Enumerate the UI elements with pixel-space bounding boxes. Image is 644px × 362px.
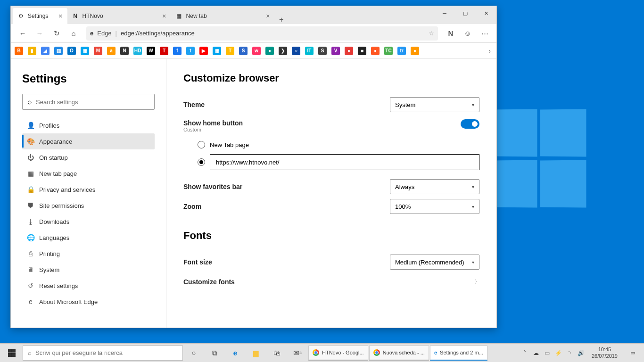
bookmark-item[interactable]: M bbox=[94, 47, 102, 55]
onedrive-icon[interactable]: ☁ bbox=[532, 349, 540, 357]
wifi-icon[interactable]: ◝ bbox=[566, 349, 574, 357]
bookmark-item[interactable]: HD bbox=[133, 47, 142, 55]
bookmark-item[interactable]: ■ bbox=[358, 47, 366, 55]
volume-icon[interactable]: 🔊 bbox=[578, 349, 585, 357]
minimize-button[interactable]: ─ bbox=[434, 6, 455, 20]
bookmark-item[interactable]: ▶ bbox=[199, 47, 208, 55]
nav-label: New tab page bbox=[39, 170, 77, 177]
sidebar-item-reset-settings[interactable]: ↺Reset settings bbox=[22, 278, 155, 294]
favorites-select[interactable]: Always ▾ bbox=[390, 179, 479, 194]
bookmark-item[interactable]: ● bbox=[265, 47, 274, 55]
identity-label: Edge bbox=[97, 30, 111, 37]
taskbar-app[interactable]: eSettings and 2 m... bbox=[430, 346, 487, 361]
bookmarks-overflow[interactable]: › bbox=[487, 47, 493, 55]
tab-newtab[interactable]: ▦ New tab × bbox=[171, 8, 275, 24]
address-bar[interactable]: e Edge | edge://settings/appearance ☆ bbox=[86, 26, 438, 41]
bookmark-item[interactable]: S bbox=[239, 47, 248, 55]
bookmark-item[interactable]: ▥ bbox=[54, 47, 63, 55]
taskbar-search[interactable]: ⌕ Scrivi qui per eseguire la ricerca bbox=[23, 346, 183, 361]
edge-legacy-icon[interactable]: e bbox=[225, 344, 245, 362]
cortana-icon[interactable]: ○ bbox=[184, 344, 204, 362]
bookmark-item[interactable]: V bbox=[331, 47, 340, 55]
sidebar-item-system[interactable]: 🖥System bbox=[22, 262, 155, 278]
radio-unchecked-icon[interactable] bbox=[198, 141, 205, 148]
sidebar-item-on-startup[interactable]: ⏻On startup bbox=[22, 149, 155, 165]
radio-checked-icon[interactable] bbox=[198, 158, 205, 166]
close-icon[interactable]: × bbox=[58, 12, 62, 20]
sidebar-item-appearance[interactable]: 🎨Appearance bbox=[22, 133, 155, 149]
bookmark-item[interactable]: N bbox=[120, 47, 129, 55]
sidebar-item-downloads[interactable]: ⭳Downloads bbox=[22, 214, 155, 230]
taskview-icon[interactable]: ⧉ bbox=[205, 344, 224, 362]
taskbar-app[interactable]: Nuova scheda - ... bbox=[369, 346, 429, 361]
bookmark-item[interactable]: ▦ bbox=[81, 47, 89, 55]
page-icon: ▦ bbox=[176, 13, 182, 19]
customize-fonts-row[interactable]: Customize fonts 〉 bbox=[183, 272, 479, 292]
app-label: HTNovo - Googl... bbox=[322, 350, 364, 355]
menu-button[interactable]: ⋯ bbox=[477, 25, 493, 41]
sidebar-item-languages[interactable]: 🌐Languages bbox=[22, 230, 155, 246]
bookmark-item[interactable]: a bbox=[107, 47, 116, 55]
bookmark-item[interactable]: T bbox=[160, 47, 168, 55]
sidebar-item-printing[interactable]: ⎙Printing bbox=[22, 246, 155, 262]
bookmark-item[interactable]: T bbox=[226, 47, 234, 55]
battery-icon[interactable]: ▭ bbox=[544, 349, 551, 357]
sidebar-item-new-tab-page[interactable]: ▦New tab page bbox=[22, 165, 155, 181]
bookmark-item[interactable]: B bbox=[15, 47, 23, 55]
fontsize-select[interactable]: Medium (Recommended) ▾ bbox=[390, 255, 479, 270]
bookmark-item[interactable]: ▮ bbox=[28, 47, 36, 55]
mail-icon[interactable]: ✉3 bbox=[288, 344, 307, 362]
close-button[interactable]: ✕ bbox=[476, 6, 496, 20]
close-icon[interactable]: × bbox=[266, 12, 270, 20]
bookmark-item[interactable]: ● bbox=[371, 47, 380, 55]
home-toggle[interactable] bbox=[461, 119, 479, 129]
sidebar-item-profiles[interactable]: 👤Profiles bbox=[22, 117, 155, 133]
forward-button[interactable]: → bbox=[32, 25, 48, 41]
bookmark-item[interactable]: O bbox=[67, 47, 76, 55]
taskbar-app[interactable]: HTNovo - Googl... bbox=[308, 346, 368, 361]
maximize-button[interactable]: ▢ bbox=[455, 6, 476, 20]
bookmark-item[interactable]: ● bbox=[345, 47, 353, 55]
search-input[interactable] bbox=[36, 99, 149, 106]
bookmark-item[interactable]: W bbox=[147, 47, 155, 55]
network-icon[interactable]: ⚡ bbox=[555, 349, 562, 357]
new-tab-button[interactable]: + bbox=[275, 16, 288, 24]
store-icon[interactable]: 🛍 bbox=[267, 344, 287, 362]
extension-icon[interactable]: N bbox=[443, 25, 459, 41]
bookmark-item[interactable]: ◢ bbox=[41, 47, 50, 55]
home-button[interactable]: ⌂ bbox=[66, 25, 82, 41]
bookmark-item[interactable]: ○ bbox=[292, 47, 300, 55]
radio-newtab-row[interactable]: New Tab page bbox=[183, 138, 479, 151]
action-center-icon[interactable]: ▭ bbox=[624, 344, 641, 362]
refresh-button[interactable]: ↻ bbox=[49, 25, 65, 41]
favorite-icon[interactable]: ☆ bbox=[429, 30, 434, 37]
bookmark-item[interactable]: t bbox=[186, 47, 195, 55]
start-button[interactable] bbox=[2, 344, 22, 362]
bookmark-item[interactable]: ❯ bbox=[279, 47, 287, 55]
zoom-select[interactable]: 100% ▾ bbox=[390, 199, 479, 214]
bookmark-item[interactable]: f bbox=[173, 47, 182, 55]
bookmark-item[interactable]: tr bbox=[397, 47, 406, 55]
face-icon[interactable]: ☺ bbox=[460, 25, 476, 41]
bookmark-item[interactable]: S bbox=[318, 47, 327, 55]
tab-settings[interactable]: ⚙ Settings × bbox=[13, 8, 67, 24]
close-icon[interactable]: × bbox=[162, 12, 166, 20]
sidebar-item-privacy-and-services[interactable]: 🔒Privacy and services bbox=[22, 181, 155, 197]
back-button[interactable]: ← bbox=[15, 25, 31, 41]
bookmark-item[interactable]: ● bbox=[411, 47, 419, 55]
home-url-input[interactable] bbox=[210, 154, 479, 170]
taskbar-clock[interactable]: 10:45 26/07/2019 bbox=[589, 346, 620, 359]
theme-select[interactable]: System ▾ bbox=[390, 97, 479, 112]
search-settings[interactable]: ⌕ bbox=[22, 94, 155, 110]
sidebar-item-site-permissions[interactable]: ⛊Site permissions bbox=[22, 197, 155, 214]
select-value: 100% bbox=[395, 203, 411, 210]
sidebar-item-about-microsoft-edge[interactable]: eAbout Microsoft Edge bbox=[22, 294, 155, 310]
bookmark-item[interactable]: IT bbox=[305, 47, 314, 55]
chevron-up-icon[interactable]: ˄ bbox=[521, 349, 528, 357]
nav-label: Printing bbox=[39, 250, 60, 257]
tab-htnovo[interactable]: N HTNovo × bbox=[67, 8, 171, 24]
explorer-icon[interactable]: ▆ bbox=[246, 344, 266, 362]
bookmark-item[interactable]: w bbox=[252, 47, 261, 55]
bookmark-item[interactable]: ▦ bbox=[213, 47, 221, 55]
bookmark-item[interactable]: TC bbox=[384, 47, 393, 55]
